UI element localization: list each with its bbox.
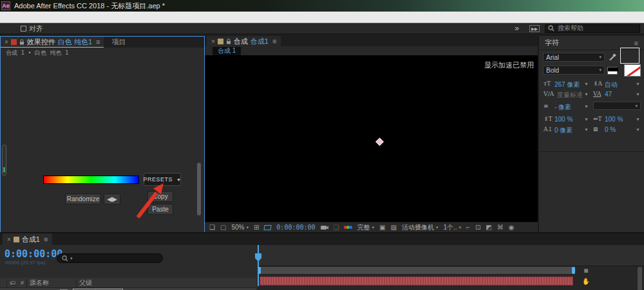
- index-column[interactable]: #: [21, 280, 24, 286]
- time-ruler[interactable]: [258, 245, 644, 266]
- paste-button[interactable]: Paste: [147, 204, 173, 215]
- camera-value: 活动摄像机: [402, 223, 434, 232]
- camera-select[interactable]: 活动摄像机▾: [402, 223, 439, 232]
- particle-sphere: [205, 55, 538, 222]
- viewer-subtab-row: 合成 1: [205, 46, 538, 55]
- font-size-value[interactable]: 267 像素: [554, 80, 580, 89]
- leading-value[interactable]: 自动: [605, 80, 618, 89]
- reset-exposure-icon[interactable]: ◉: [509, 224, 515, 231]
- caret-icon[interactable]: ▼: [584, 104, 589, 109]
- workspace-overflow-icon[interactable]: »: [509, 24, 524, 33]
- presets-button[interactable]: PRESETS ▼: [144, 173, 181, 186]
- effect-panel-title: 效果控件: [27, 37, 55, 47]
- timeline-vertical-scrollbar[interactable]: [638, 267, 642, 290]
- panel-menu-icon[interactable]: ≡: [272, 37, 276, 45]
- hand-marker-icon[interactable]: ✋: [582, 278, 590, 285]
- tsume-value[interactable]: 0 %: [605, 126, 616, 133]
- titlebar: Ae Adobe After Effects CC 2018 - 无标题项目.a…: [0, 0, 644, 12]
- prev-next-button[interactable]: ◀▶: [104, 194, 120, 204]
- magnification-select[interactable]: 50%▾: [231, 224, 249, 231]
- close-icon[interactable]: ×: [7, 236, 11, 243]
- fast-previews-icon[interactable]: ◩: [486, 224, 491, 231]
- resolution-select[interactable]: 完整▾: [357, 223, 375, 232]
- tab-effect-controls[interactable]: × 效果控件 白色 纯色1 ≡: [1, 37, 104, 48]
- panel-menu-icon[interactable]: ≡: [634, 39, 638, 47]
- caret-icon[interactable]: ▼: [636, 82, 640, 86]
- baseline-shift-value[interactable]: 0 像素: [554, 126, 573, 135]
- font-style-select[interactable]: Bold▾: [543, 66, 605, 75]
- panel-scrollbar[interactable]: [197, 163, 201, 215]
- help-search-input[interactable]: 搜索帮助: [545, 24, 640, 33]
- baseline-shift-icon: A↥: [544, 126, 553, 132]
- snap-control[interactable]: 对齐: [21, 24, 43, 33]
- close-icon[interactable]: ×: [5, 39, 8, 46]
- pixel-aspect-icon[interactable]: ⊡: [475, 224, 480, 231]
- show-snapshot-icon[interactable]: ❏: [334, 224, 339, 231]
- color-ramp-gradient[interactable]: [43, 176, 139, 184]
- transparency-grid-icon[interactable]: ▨: [391, 224, 397, 231]
- stroke-style-select[interactable]: ▾: [593, 102, 641, 110]
- caret-icon[interactable]: ▼: [636, 117, 640, 122]
- snap-label: 对齐: [29, 24, 43, 33]
- region-of-interest-icon[interactable]: [264, 225, 272, 230]
- region-icon[interactable]: ▣: [379, 224, 385, 231]
- current-timecode[interactable]: 0:00:00:00: [5, 248, 62, 260]
- stroke-width-icon: ≡: [544, 103, 549, 109]
- panel-menu-icon[interactable]: ≡: [44, 235, 48, 243]
- caret-icon[interactable]: ▼: [584, 117, 589, 122]
- gpu-warning-text: 显示加速已禁用: [484, 60, 534, 70]
- kerning-value[interactable]: 度量标准: [557, 91, 583, 100]
- caret-icon[interactable]: ▼: [584, 82, 589, 86]
- mini-flowchart-icon[interactable]: ⌘: [497, 224, 504, 231]
- tab-composition[interactable]: × 合成 合成1 ≡: [207, 36, 281, 46]
- caret-icon[interactable]: ▼: [636, 127, 640, 132]
- view-layout-select[interactable]: 1个..▾: [443, 223, 461, 232]
- horizontal-scale-value[interactable]: 100 %: [605, 116, 623, 123]
- panel-color-square: [14, 237, 19, 242]
- stroke-color-swatch[interactable]: [624, 64, 641, 77]
- stroke-width-value[interactable]: - 像素: [554, 103, 571, 112]
- tracking-value[interactable]: 47: [605, 91, 612, 98]
- caret-icon[interactable]: ▼: [584, 127, 589, 132]
- fit-icon[interactable]: ⌐: [466, 224, 470, 231]
- grid-guides-icon[interactable]: ⊞: [254, 224, 259, 231]
- primary-viewer-icon[interactable]: ▢: [220, 224, 226, 231]
- left-scrollbar[interactable]: [2, 145, 6, 176]
- vertical-scale-icon: ⇕T: [544, 116, 553, 122]
- comp-viewport[interactable]: 显示加速已禁用: [205, 55, 538, 222]
- close-icon[interactable]: ×: [211, 38, 215, 45]
- panel-menu-icon[interactable]: ≡: [96, 38, 100, 46]
- horizontal-scale-icon: ⇔T: [593, 116, 602, 122]
- randomize-button[interactable]: Randomize: [65, 194, 101, 204]
- comp-marker-icon[interactable]: ◙: [584, 267, 588, 274]
- tab-timeline-comp[interactable]: × 合成1 ≡: [3, 233, 52, 245]
- layer-duration-bar[interactable]: [260, 276, 573, 285]
- snap-checkbox[interactable]: [21, 26, 26, 32]
- default-fill-stroke-icon[interactable]: [607, 67, 618, 75]
- viewer-timecode[interactable]: 0:00:00:00: [276, 224, 315, 231]
- sync-settings-icon[interactable]: ▸▸: [529, 25, 540, 32]
- fill-color-swatch[interactable]: [620, 48, 639, 64]
- timeline-search-input[interactable]: ▾: [57, 253, 163, 263]
- source-name-column[interactable]: 源名称: [30, 278, 49, 287]
- eyedropper-icon[interactable]: [609, 53, 616, 60]
- comp-subtab[interactable]: 合成 1: [213, 47, 241, 55]
- label-column-icon[interactable]: 🏷: [10, 280, 15, 286]
- copy-button[interactable]: Copy: [147, 191, 173, 202]
- caret-icon[interactable]: ▼: [584, 92, 589, 96]
- snapshot-icon[interactable]: [321, 224, 328, 230]
- tab-project[interactable]: 项目: [104, 37, 133, 48]
- tracking-icon: VA: [593, 91, 601, 97]
- work-area-bar[interactable]: [258, 267, 575, 274]
- lock-icon: [19, 39, 24, 45]
- channels-icon[interactable]: [345, 226, 352, 229]
- timeline-panel: × 合成1 ≡ 0:00:00:00 00000 (29.97 fps) ▾ 🏷…: [0, 232, 644, 290]
- always-preview-icon[interactable]: ❏: [209, 224, 215, 231]
- viewer-toolbar: ❏ ▢ 50%▾ ⊞ 0:00:00:00 ❏ 完整▾ ▣ ▨ 活动摄像机▾ 1…: [205, 222, 538, 232]
- tool-bar: 对齐 » ▸▸ 搜索帮助: [0, 23, 644, 35]
- font-family-select[interactable]: Arial▾: [543, 53, 605, 62]
- work-area-end-handle[interactable]: [572, 267, 575, 274]
- caret-icon[interactable]: ▼: [636, 92, 640, 96]
- vertical-scale-value[interactable]: 100 %: [554, 116, 573, 123]
- parent-column[interactable]: 父级: [79, 278, 92, 287]
